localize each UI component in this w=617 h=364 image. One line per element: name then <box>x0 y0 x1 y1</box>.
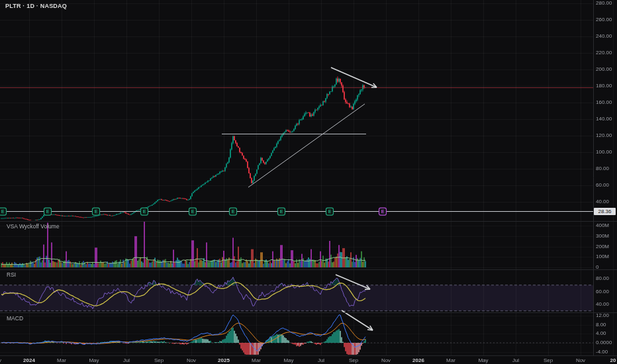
price-axis[interactable]: 280.00260.00240.00220.00200.00180.00160.… <box>593 0 617 355</box>
time-axis-label: 2026 <box>412 357 424 363</box>
macd-axis-label: -4.00 <box>596 349 608 355</box>
macd-axis-label: 12.00 <box>596 312 609 318</box>
time-axis-label: Jul <box>318 357 324 363</box>
time-axis-label: May <box>283 357 293 363</box>
price-axis-label: 160.00 <box>596 99 612 105</box>
volume-axis-label: 300M <box>596 233 609 239</box>
volume-pane-title[interactable]: VSA Wyckoff Volume <box>7 223 60 230</box>
price-axis-label: 120.00 <box>596 132 612 138</box>
chart-canvas[interactable] <box>0 0 617 364</box>
time-axis-label: Mar <box>446 357 455 363</box>
price-axis-label: 60.00 <box>596 182 609 188</box>
price-axis-label: 180.00 <box>596 83 612 89</box>
volume-axis-label: 0 <box>596 264 598 270</box>
time-axis-label: Sep <box>349 357 358 363</box>
time-axis-label: 2024 <box>23 357 35 363</box>
price-axis-label: 240.00 <box>596 33 612 39</box>
drawing-price-label: 28.36 <box>594 208 616 215</box>
time-axis-label: May <box>89 357 99 363</box>
volume-axis-label: 400M <box>596 222 609 228</box>
macd-axis-label: 8.00 <box>596 322 606 328</box>
price-axis-label: 220.00 <box>596 50 612 56</box>
time-axis-label: Jul <box>512 357 519 363</box>
chart-window: PLTR · 1D · NASDAQ VSA Wyckoff Volume RS… <box>0 0 617 364</box>
volume-axis-label: 100M <box>596 253 609 259</box>
price-axis-label: 80.00 <box>596 165 609 171</box>
price-axis-label: 40.00 <box>596 199 609 205</box>
time-axis-label: Nov <box>576 357 585 363</box>
price-axis-label: 280.00 <box>596 0 612 6</box>
rsi-axis-label: 80.00 <box>596 275 609 281</box>
price-axis-label: 260.00 <box>596 17 612 23</box>
macd-axis-label: 4.00 <box>596 330 606 336</box>
time-axis-label: Mar <box>57 357 66 363</box>
price-axis-label: 200.00 <box>596 66 612 72</box>
time-axis-label: 2025 <box>218 357 230 363</box>
time-axis-label: Nov <box>187 357 196 363</box>
time-axis-label: Mar <box>252 357 261 363</box>
rsi-pane-title[interactable]: RSI <box>7 271 16 278</box>
macd-axis-label: 0.0000 <box>596 340 612 345</box>
price-axis-label: 140.00 <box>596 116 612 122</box>
rsi-axis-label: 60.00 <box>596 289 609 295</box>
price-axis-label: 100.00 <box>596 149 612 155</box>
rsi-axis-label: 40.00 <box>596 301 609 307</box>
volume-axis-label: 200M <box>596 244 609 250</box>
time-axis-label: May <box>478 357 488 363</box>
time-axis-label: Nov <box>0 357 1 363</box>
time-axis[interactable]: Nov2024MarMayJulSepNov2025MarMayJulSepNo… <box>0 355 617 364</box>
time-axis-label: Sep <box>154 357 164 363</box>
symbol-legend[interactable]: PLTR · 1D · NASDAQ <box>5 3 67 9</box>
time-axis-label: Jul <box>123 357 130 363</box>
time-axis-label: Sep <box>544 357 553 363</box>
macd-pane-title[interactable]: MACD <box>7 315 23 322</box>
time-axis-label: 20 <box>610 357 616 363</box>
time-axis-label: Nov <box>381 357 391 363</box>
